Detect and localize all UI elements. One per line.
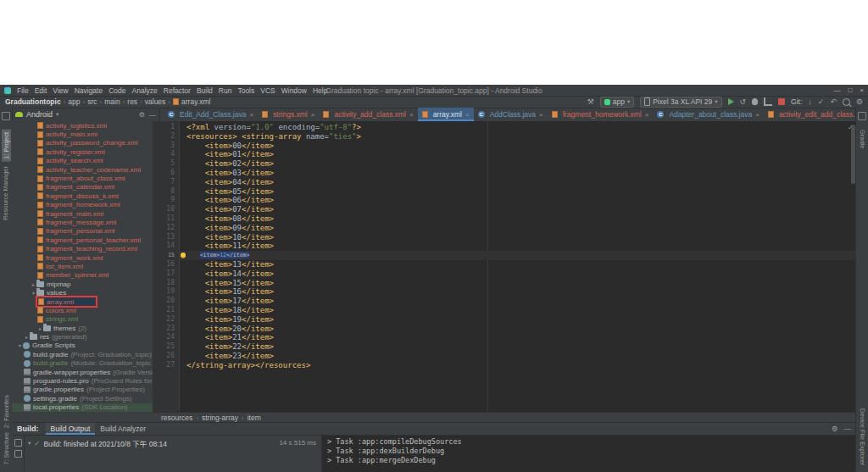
tool-strip-icon[interactable] (2, 112, 10, 120)
tree-item[interactable]: activity_password_change.xml (12, 139, 153, 147)
tree-item[interactable]: fragment_personal_teacher.xml (12, 236, 153, 244)
breadcrumb-item[interactable]: res (127, 97, 137, 106)
chevron-right-icon[interactable]: ▸ (31, 281, 36, 287)
menu-item[interactable]: Edit (35, 86, 47, 95)
tool-window-label[interactable]: Resource Manager (2, 166, 9, 220)
build-filter-icon[interactable] (14, 439, 22, 447)
tree-item[interactable]: ▾Gradle Scripts (12, 342, 153, 350)
tree-item[interactable]: fragment_work.xml (12, 253, 153, 262)
tree-item[interactable]: activity_main.xml (12, 130, 153, 138)
tree-item[interactable]: activity_register.xml (12, 147, 153, 156)
tool-window-label[interactable]: 1: Project (2, 130, 11, 162)
git-commit-icon[interactable]: ✓ (818, 97, 825, 106)
tool-window-label[interactable]: Gradle (859, 130, 866, 149)
tree-item[interactable]: activity_search.xml (12, 157, 153, 165)
tree-item[interactable]: strings.xml (12, 315, 153, 324)
build-tab[interactable]: Build Analyzer (95, 423, 151, 435)
close-button[interactable]: × (860, 86, 864, 94)
close-icon[interactable]: × (755, 111, 760, 119)
editor-tab[interactable]: activity_edit_add_class.xml× (764, 108, 856, 121)
build-hide-icon[interactable]: — (844, 425, 852, 433)
tree-item[interactable]: gradle-wrapper.properties(Gradle Version… (12, 368, 153, 376)
tree-item[interactable]: activity_logistics.xml (12, 121, 153, 130)
tree-item[interactable]: fragment_main.xml (12, 209, 153, 218)
breadcrumb-item[interactable]: main (104, 97, 120, 106)
menu-item[interactable]: Build (197, 86, 213, 95)
close-icon[interactable]: × (311, 111, 315, 119)
git-update-icon[interactable]: ↓ (808, 97, 812, 106)
tree-item[interactable]: colors.xml (12, 306, 153, 314)
run-button[interactable] (728, 98, 734, 105)
build-result-pane[interactable]: ▾ ✓ Build: finished at 2021/10/8 下午 08:1… (25, 436, 322, 472)
minimize-button[interactable]: — (833, 86, 840, 94)
chevron-down-icon[interactable]: ▾ (31, 290, 36, 296)
tree-item[interactable]: local.properties(SDK Location) (12, 403, 153, 412)
close-icon[interactable]: × (409, 111, 414, 119)
tool-window-label[interactable]: 7: Structure (3, 432, 10, 465)
tree-item[interactable]: fragment_message.xml (12, 218, 153, 226)
breadcrumb-item[interactable]: item (248, 414, 261, 422)
menu-item[interactable]: Code (108, 86, 125, 95)
tree-item[interactable]: settings.gradle(Project Settings) (12, 394, 153, 403)
tree-item[interactable]: ▸themes(2) (12, 324, 153, 332)
tree-item[interactable]: fragment_calendar.xml (12, 183, 153, 192)
menu-item[interactable]: View (53, 86, 68, 95)
editor-tab[interactable]: fragment_homework.xml× (548, 108, 654, 121)
maximize-button[interactable]: □ (848, 86, 852, 94)
chevron-down-icon[interactable]: ▾ (28, 440, 31, 447)
build-expand-icon[interactable] (14, 450, 22, 458)
code-area[interactable]: ✓ <?xml version="1.0" encoding="utf-8"?>… (180, 121, 856, 413)
chevron-down-icon[interactable]: ▾ (17, 342, 23, 348)
editor-tab[interactable]: activity_add_class.xml× (319, 108, 417, 121)
close-icon[interactable]: × (249, 111, 253, 119)
editor-tab[interactable]: array.xml× (418, 108, 474, 121)
close-icon[interactable]: × (465, 111, 470, 119)
editor[interactable]: 1234567891011121314151617181920212223242… (153, 121, 856, 413)
run-config-selector[interactable]: app ▾ (600, 97, 634, 108)
tree-item[interactable]: build.gradle(Project: Graduation_topic) (12, 350, 153, 358)
lightbulb-icon[interactable] (181, 253, 186, 258)
project-tree[interactable]: activity_logistics.xmlactivity_main.xmla… (12, 121, 153, 423)
tree-item[interactable]: ▾values (12, 288, 153, 297)
build-hammer-icon[interactable]: ⚒ (587, 97, 594, 106)
menu-item[interactable]: Window (281, 86, 307, 95)
close-icon[interactable]: × (539, 111, 543, 119)
tree-item[interactable]: ▸res(generated) (12, 332, 153, 341)
editor-tab[interactable]: strings.xml× (258, 108, 319, 121)
tree-item[interactable]: array.xml (12, 297, 153, 306)
tree-item[interactable]: member_spinner.xml (12, 271, 153, 280)
build-tab[interactable]: Build Output (46, 423, 96, 435)
menu-item[interactable]: Navigate (75, 86, 103, 95)
debug-icon[interactable] (752, 98, 758, 105)
breadcrumb-item[interactable]: resources (161, 414, 192, 422)
settings-gear-icon[interactable]: ⚙ (856, 97, 863, 106)
chevron-right-icon[interactable]: ▸ (37, 325, 43, 331)
tree-item[interactable]: fragment_homework.xml (12, 201, 153, 209)
tree-item[interactable]: fragment_personal.xml (12, 227, 153, 236)
editor-tab[interactable]: CAdapter_about_class.java× (653, 108, 764, 121)
tree-item[interactable]: ▸mipmap (12, 280, 153, 288)
search-icon[interactable] (843, 98, 850, 106)
chevron-right-icon[interactable]: ▸ (24, 334, 30, 340)
breadcrumb-item[interactable]: src (87, 97, 97, 106)
menu-item[interactable]: File (17, 86, 29, 95)
tree-item[interactable]: fragment_discuss_k.xml (12, 192, 153, 200)
apply-changes-icon[interactable]: ↺ (740, 97, 747, 106)
profiler-icon[interactable] (764, 97, 772, 106)
editor-tab[interactable]: CEdit_Add_Class.java× (164, 108, 258, 121)
tool-window-label[interactable]: Device File Explorer (859, 408, 866, 465)
build-status-row[interactable]: ▾ ✓ Build: finished at 2021/10/8 下午 08:1… (28, 438, 318, 448)
build-settings-icon[interactable]: ⚙ (832, 425, 838, 433)
stop-button[interactable] (778, 98, 785, 105)
tool-window-label[interactable]: 2: Favorites (3, 395, 10, 428)
panel-settings-icon[interactable]: ⚙ (139, 111, 145, 119)
menu-item[interactable]: Run (219, 86, 232, 95)
project-view-selector[interactable]: Android (26, 110, 53, 119)
breadcrumb-item[interactable]: array.xml (181, 97, 210, 106)
breadcrumb-item[interactable]: values (145, 97, 166, 106)
breadcrumb-item[interactable]: string-array (202, 414, 238, 422)
tree-item[interactable]: proguard-rules.pro(ProGuard Rules for ..… (12, 376, 153, 385)
build-console[interactable]: > Task :app:compileDebugSources> Task :a… (322, 436, 856, 472)
menu-item[interactable]: Refactor (164, 86, 191, 95)
menu-item[interactable]: Tools (237, 86, 254, 95)
